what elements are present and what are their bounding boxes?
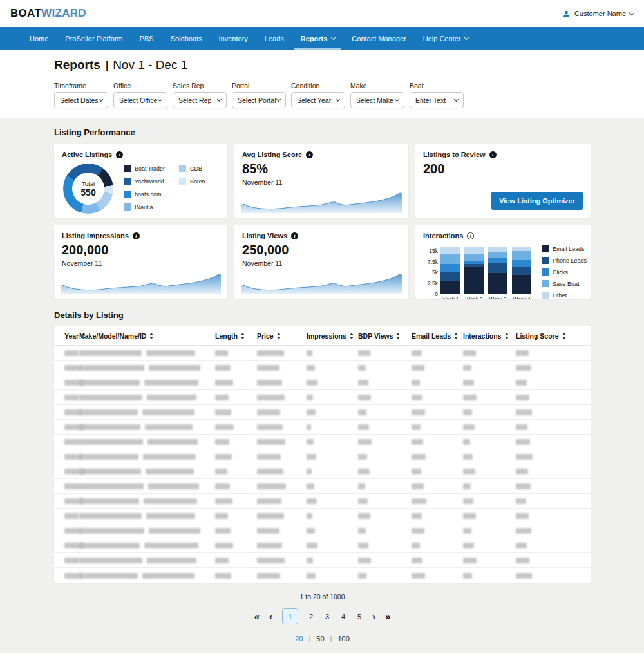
nav-item-reports[interactable]: Reports: [292, 27, 344, 50]
table-cell-length: [215, 510, 257, 521]
table-row[interactable]: [54, 553, 591, 568]
table-row[interactable]: [54, 405, 591, 420]
blurred-value: [463, 573, 472, 579]
filter-select-office[interactable]: Select Office: [113, 92, 167, 108]
nav-item-help-center[interactable]: Help Center: [415, 27, 477, 50]
page-button-2[interactable]: 2: [308, 613, 314, 621]
nav-item-contact-manager[interactable]: Contact Manager: [343, 27, 414, 50]
column-header-make-model-name-id[interactable]: Make/Model/Name/ID: [79, 332, 215, 340]
nav-item-soldboats[interactable]: Soldboats: [162, 27, 211, 50]
boatwizard-logo[interactable]: BOATWIZARD: [10, 7, 86, 20]
info-icon[interactable]: i: [291, 232, 298, 239]
info-icon[interactable]: i: [306, 151, 313, 158]
main-nav: HomeProSeller PlatformPBSSoldboatsInvent…: [0, 27, 644, 50]
table-row[interactable]: [54, 361, 591, 375]
table-row[interactable]: [54, 568, 591, 583]
page-button-1[interactable]: 1: [282, 608, 298, 624]
filter-select-make[interactable]: Select Make: [350, 92, 404, 108]
nav-item-proseller-platform[interactable]: ProSeller Platform: [57, 27, 131, 50]
first-page-button[interactable]: «: [254, 612, 260, 621]
filter-select-portal[interactable]: Select Portal: [232, 92, 286, 108]
page-button-4[interactable]: 4: [340, 613, 346, 621]
column-header-interactions[interactable]: Interactions: [463, 332, 516, 340]
filter-select-condition[interactable]: Select Year: [291, 92, 345, 108]
table-cell-year: [54, 554, 79, 566]
blurred-value: [516, 365, 531, 371]
previous-page-button[interactable]: ‹: [269, 612, 272, 621]
table-cell-price: [257, 406, 307, 418]
table-cell-impressions: [307, 495, 358, 507]
legend-swatch: [124, 178, 131, 185]
blurred-value: [516, 558, 529, 563]
nav-item-leads[interactable]: Leads: [256, 27, 292, 50]
column-header-email-leads[interactable]: Email Leads: [412, 332, 463, 340]
nav-item-inventory[interactable]: Inventory: [211, 27, 256, 50]
chevron-down-icon: [158, 97, 162, 102]
page-size-50[interactable]: 50: [316, 635, 324, 642]
view-listing-optimizer-button[interactable]: View Listing Optimizer: [491, 192, 583, 210]
nav-item-home[interactable]: Home: [21, 27, 57, 50]
column-header-year[interactable]: Year: [54, 332, 79, 340]
blurred-value: [412, 395, 422, 400]
legend-swatch: [542, 280, 549, 287]
user-menu[interactable]: Customer Name: [562, 10, 634, 18]
blurred-value: [358, 543, 368, 548]
blurred-value: [79, 469, 141, 474]
blurred-value: [79, 454, 138, 460]
table-row[interactable]: [54, 390, 591, 405]
blurred-value: [358, 454, 367, 460]
blurred-value: [307, 365, 315, 371]
info-icon[interactable]: i: [467, 232, 474, 239]
legend-item-inautia: INautia: [124, 203, 165, 211]
filter-select-sales-rep[interactable]: Select Rep: [173, 92, 227, 108]
filter-select-boat[interactable]: Enter Text: [410, 92, 464, 108]
table-cell-make-model-name-id: [79, 406, 215, 418]
table-row[interactable]: [54, 464, 591, 479]
page-button-3[interactable]: 3: [324, 613, 330, 621]
table-row[interactable]: [54, 346, 591, 361]
table-cell-length: [215, 480, 257, 492]
bar-segment-save-boat: [464, 254, 484, 261]
table-row[interactable]: [54, 375, 591, 390]
next-page-button[interactable]: ›: [372, 612, 375, 621]
table-cell-impressions: [307, 465, 358, 477]
blurred-value: [516, 439, 530, 445]
blurred-value: [146, 350, 195, 356]
blurred-value: [79, 528, 144, 534]
blurred-value: [358, 424, 369, 430]
table-row[interactable]: [54, 420, 591, 435]
table-row[interactable]: [54, 523, 591, 538]
legend-item-clicks: Clicks: [542, 268, 587, 276]
last-page-button[interactable]: »: [385, 612, 390, 621]
info-icon[interactable]: i: [489, 151, 497, 158]
column-header-price[interactable]: Price: [257, 332, 307, 340]
blurred-value: [412, 350, 422, 356]
column-header-bdp-views[interactable]: BDP Views: [358, 332, 412, 340]
table-cell-email-leads: [412, 362, 463, 373]
table-row[interactable]: [54, 494, 591, 509]
table-row[interactable]: [54, 538, 591, 553]
table-row[interactable]: [54, 479, 591, 494]
x-tick-label: Week 3: [488, 296, 507, 299]
bar-segment-save-boat: [440, 254, 460, 264]
page-size-100[interactable]: 100: [337, 635, 349, 642]
table-cell-listing-score: [516, 539, 591, 551]
page-size-20[interactable]: 20: [295, 635, 303, 642]
page-button-5[interactable]: 5: [356, 613, 363, 621]
table-row[interactable]: [54, 449, 591, 464]
column-header-impressions[interactable]: Impressions: [307, 332, 358, 340]
table-row[interactable]: [54, 509, 591, 523]
column-header-listing-score[interactable]: Listing Score: [516, 332, 591, 340]
bar-segment-email-leads: [512, 275, 531, 294]
donut-legend: Boat TraderYachtWorldboats.comINautiaCDB…: [124, 165, 205, 214]
table-cell-email-leads: [412, 347, 463, 359]
table-cell-listing-score: [516, 510, 591, 521]
legend-label: Phone Leads: [553, 258, 587, 264]
info-icon[interactable]: i: [133, 232, 140, 239]
filter-select-timeframe[interactable]: Select Dates: [54, 92, 108, 108]
table-row[interactable]: [54, 435, 591, 449]
info-icon[interactable]: i: [116, 151, 123, 158]
card-interactions-title: Interactions i: [423, 232, 583, 239]
nav-item-pbs[interactable]: PBS: [131, 27, 162, 50]
column-header-length[interactable]: Length: [215, 332, 257, 340]
